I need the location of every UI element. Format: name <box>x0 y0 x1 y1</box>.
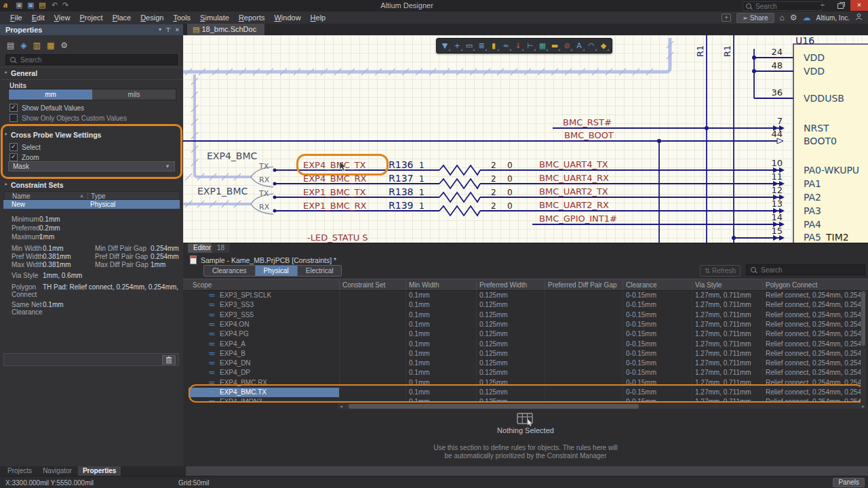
min-gap-value[interactable]: 0.254mm <box>151 245 179 252</box>
net-label[interactable]: BMC_UART4_TX <box>539 159 608 169</box>
parameter-icon[interactable]: ◆ <box>597 39 610 52</box>
column-header-polygon-connect[interactable]: Polygon Connect <box>766 281 817 289</box>
polygon-connect-value[interactable]: TH Pad: Relief connect, 0.254mm, 0.254mm… <box>43 283 180 291</box>
global-search[interactable] <box>743 1 823 11</box>
net-label[interactable]: -LED_STATU S <box>307 232 368 243</box>
measure-icon[interactable]: ⊢ <box>524 39 536 52</box>
mask-dropdown[interactable]: Mask▼ <box>8 161 175 171</box>
constraint-set-row[interactable]: New Physical <box>3 200 180 209</box>
column-header-min-width[interactable]: Min Width <box>409 281 439 289</box>
minimum-value[interactable]: 0.1mm <box>39 216 60 223</box>
port-name[interactable]: PA0-WKUPU <box>804 165 859 176</box>
table-row[interactable]: ≈≈EXP4_DN0.1mm0.125mm0-0.15mm1.27mm, 0.7… <box>183 359 868 368</box>
pref-gap-value[interactable]: 0.254mm <box>151 253 179 260</box>
table-row[interactable]: ≈≈EXP4_BMC.TX0.1mm0.125mm0-0.15mm1.27mm,… <box>183 388 868 397</box>
pin-icon[interactable]: ⊤ <box>165 26 171 33</box>
table-row[interactable]: ≈≈EXP4_B0.1mm0.125mm0-0.15mm1.27mm, 0.71… <box>183 349 868 359</box>
save-all-icon[interactable]: ▣ <box>27 1 34 9</box>
checkbox-checked-icon[interactable] <box>9 104 18 112</box>
document-icon[interactable]: ▤ <box>7 41 14 50</box>
panel-tab-properties[interactable]: Properties <box>78 466 121 476</box>
redo-icon[interactable]: ↷ <box>62 1 68 9</box>
type-column-header[interactable]: Type <box>91 192 106 200</box>
via-style-value[interactable]: 1mm, 0.6mm <box>43 272 82 279</box>
resistor-designator[interactable]: R139 <box>389 200 413 211</box>
port-name[interactable]: PA2 <box>804 192 821 203</box>
port-name[interactable]: PA4 <box>804 219 821 230</box>
units-mm-button[interactable]: mm <box>9 89 92 100</box>
port-name[interactable]: PA3 <box>804 205 821 216</box>
checkbox-checked-icon[interactable] <box>9 153 18 161</box>
menu-reports[interactable]: Reports <box>234 12 270 23</box>
port-name[interactable]: VDDUSB <box>804 93 844 104</box>
section-cross-probe[interactable]: Cross Probe View Settings <box>0 131 183 140</box>
table-row[interactable]: ≈≈EXP3_SS50.1mm0.125mm0-0.15mm1.27mm, 0.… <box>183 310 868 320</box>
sheet-symbol-icon[interactable]: ▦ <box>536 39 549 52</box>
editor-search[interactable] <box>746 264 865 275</box>
delete-button[interactable] <box>162 355 176 365</box>
net-label[interactable]: EXP1_BMC_TX <box>303 187 366 197</box>
open-icon[interactable]: ▤ <box>39 1 45 9</box>
net-label[interactable]: EXP4_BMC_TX <box>303 160 366 170</box>
menu-view[interactable]: View <box>50 12 75 23</box>
minimize-button[interactable]: − <box>814 0 831 11</box>
menu-project[interactable]: Project <box>75 12 107 23</box>
undo-icon[interactable]: ↶ <box>52 1 58 9</box>
share-button[interactable]: ➢ Share <box>736 13 774 23</box>
table-row[interactable]: ≈≈EXP3_SS30.1mm0.125mm0-0.15mm1.27mm, 0.… <box>183 300 868 310</box>
settings-icon[interactable]: ⚙ <box>60 41 68 50</box>
table-row[interactable]: ≈≈EXP4_IMON30.1mm0.125mm0-0.15mm1.27mm, … <box>183 397 868 403</box>
menu-simulate[interactable]: Simulate <box>195 12 234 23</box>
resistor-designator[interactable]: R136 <box>389 159 413 170</box>
tab-clearances[interactable]: Clearances <box>204 266 256 276</box>
port-name[interactable]: BOOT0 <box>804 136 837 146</box>
menu-edit[interactable]: Edit <box>27 12 50 23</box>
document-tab[interactable]: ▤ 18_bmc.SchDoc <box>187 24 264 35</box>
pref-width-value[interactable]: 0.381mm <box>43 253 71 260</box>
port-name[interactable]: PA1 <box>804 178 821 189</box>
net-label[interactable]: BMC_UART4_RX <box>539 173 609 183</box>
resistor-designator-vertical[interactable]: R1 <box>696 37 705 57</box>
menu-place[interactable]: Place <box>108 12 136 23</box>
scrollbar-thumb[interactable] <box>861 291 865 346</box>
refresh-button[interactable]: ⇅ Refresh <box>700 265 741 277</box>
wire-icon[interactable]: ≈ <box>500 39 512 52</box>
menu-design[interactable]: Design <box>136 12 168 23</box>
move-icon[interactable]: + <box>451 39 463 52</box>
close-button[interactable]: × <box>850 0 868 11</box>
maximum-value[interactable]: 1mm <box>39 233 54 241</box>
no-erc-icon[interactable]: ⊘ <box>561 39 573 52</box>
scroll-left-icon[interactable]: ◂ <box>340 403 342 409</box>
editor-search-input[interactable] <box>760 266 850 274</box>
tag-icon[interactable]: ◈ <box>20 41 26 50</box>
menu-file[interactable]: File <box>5 12 27 23</box>
schematic-canvas[interactable]: ▼+▭≣▮≈↓⊢▦▬⊘A◠◆ EXP4_BMC EXP1_BMC BMC_RST… <box>183 35 868 243</box>
net-label[interactable]: BMC_UART2_RX <box>539 200 609 210</box>
net-label[interactable]: EXP1_BMC_RX <box>303 201 366 211</box>
min-width-value[interactable]: 0.1mm <box>43 245 64 252</box>
name-column-header[interactable]: Name <box>12 192 31 200</box>
column-header-clearance[interactable]: Clearance <box>626 281 657 289</box>
column-header-constraint-set[interactable]: Constraint Set <box>342 281 385 289</box>
save-icon[interactable]: ▣ <box>16 1 22 9</box>
max-gap-value[interactable]: 1mm <box>151 261 165 268</box>
checkbox-unchecked-icon[interactable] <box>9 114 18 122</box>
column-header-preferred-diff-pair-gap[interactable]: Preferred Diff Pair Gap <box>548 281 617 289</box>
table-row[interactable]: ≈≈EXP4_BMC.RX0.1mm0.125mm0-0.15mm1.27mm,… <box>183 378 868 388</box>
account-name[interactable]: Altium, Inc. <box>816 14 850 22</box>
component-icon[interactable]: ▮ <box>488 39 500 52</box>
restore-button[interactable] <box>831 0 849 11</box>
harness-label[interactable]: EXP1_BMC <box>197 186 248 197</box>
panel-close-icon[interactable]: × <box>176 26 179 33</box>
menu-help[interactable]: Help <box>306 12 331 23</box>
comment-icon[interactable]: + <box>722 14 730 22</box>
port-name[interactable]: PA5 <box>804 232 821 243</box>
table-row[interactable]: ≈≈EXP4_DP0.1mm0.125mm0-0.15mm1.27mm, 0.7… <box>183 368 868 378</box>
gear-icon[interactable]: ⚙ <box>790 13 797 22</box>
global-search-input[interactable] <box>754 2 811 11</box>
port-name[interactable]: VDD <box>804 52 825 63</box>
table-row[interactable]: ≈≈EXP4_A0.1mm0.125mm0-0.15mm1.27mm, 0.71… <box>183 340 868 349</box>
max-width-value[interactable]: 0.381mm <box>43 261 71 268</box>
units-mils-button[interactable]: mils <box>92 89 176 100</box>
align-icon[interactable]: ≣ <box>475 39 488 52</box>
